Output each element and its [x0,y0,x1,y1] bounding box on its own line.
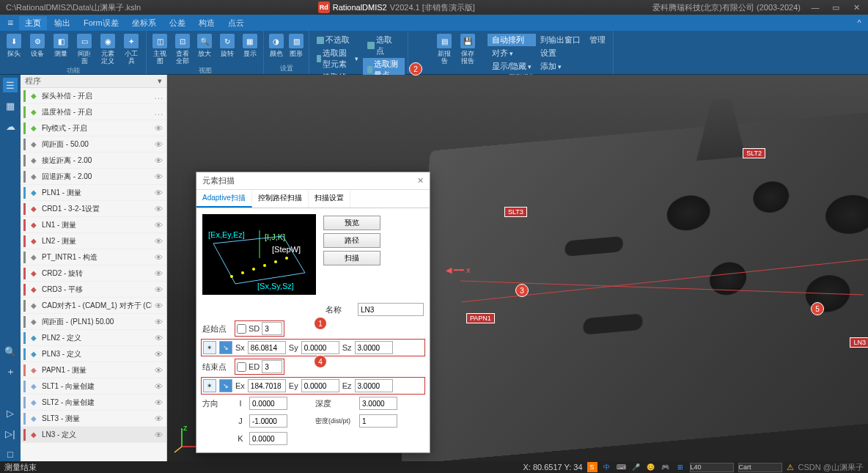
dens-field[interactable] [359,414,397,428]
program-item[interactable]: ◆ LN3 - 定义 👁 [21,427,166,443]
hamburger-icon[interactable]: ≡ [3,17,18,29]
item-more-icon[interactable]: 👁 [155,334,163,342]
start-pick1-icon[interactable]: ✶ [203,341,216,354]
menu-output[interactable]: 输出 [48,16,76,30]
grid-icon[interactable]: ⊞ [675,462,685,472]
rs-add[interactable]: 添加▾ [536,60,585,73]
vt-stop-icon[interactable]: □ [3,447,18,461]
program-item[interactable]: ◆ LN2 - 测量 👁 [21,233,166,249]
mic-icon[interactable]: 🎤 [631,462,641,472]
rs-noselect[interactable]: 不选取 [312,34,363,46]
panel-menu-icon[interactable]: ▾ [158,76,162,86]
program-item[interactable]: ◆ PAPN1 - 测量 👁 [21,362,166,378]
program-item[interactable]: ◆ CRD1 - 3-2-1设置 👁 [21,201,166,217]
k-field[interactable] [249,432,287,445]
program-item[interactable]: ◆ PLN1 - 测量 👁 [21,185,166,201]
item-more-icon[interactable]: 👁 [155,350,163,359]
rs-align[interactable]: 对齐▾ [488,47,536,59]
sd-field[interactable] [262,322,282,335]
item-more-icon[interactable]: 👁 [155,382,163,391]
cart-field[interactable] [738,463,782,472]
item-more-icon[interactable]: 👁 [155,398,163,407]
tag-papn1[interactable]: PAPN1 [466,313,495,323]
program-item[interactable]: ◆ PLN2 - 定义 👁 [21,330,166,346]
rb-tools[interactable]: ✦小工具 [120,32,142,66]
vt-play-icon[interactable]: ▷ [3,406,18,420]
game-icon[interactable]: 🎮 [661,462,671,472]
rb-mainview[interactable]: ◫主视图 [150,32,171,66]
tab-settings[interactable]: 扫描设置 [309,190,350,208]
ez-field[interactable] [355,379,393,392]
item-more-icon[interactable]: ... [155,92,163,100]
rb-clearplane[interactable]: ▭间距面 [73,32,95,66]
rs-towin[interactable]: 到输出窗口 [536,34,585,46]
tab-adaptive[interactable]: Adaptive扫描 [196,190,252,208]
item-more-icon[interactable]: 👁 [155,221,163,230]
depth-field[interactable] [359,397,397,410]
l40-field[interactable] [690,463,734,472]
rb-graphic[interactable]: ▨图形 [287,32,306,59]
item-more-icon[interactable]: 👁 [155,301,163,310]
item-more-icon[interactable]: 👁 [155,205,163,213]
program-item[interactable]: ◆ 间距面 - (PLN1) 50.00 👁 [21,314,166,330]
vt-cloud-icon[interactable]: ☁ [3,119,18,133]
menu-home[interactable]: 主页 [19,16,47,30]
rb-device[interactable]: ⚙设备 [26,32,48,59]
program-item[interactable]: ◆ SLT3 - 测量 👁 [21,411,166,427]
item-more-icon[interactable]: 👁 [155,253,163,262]
sd-checkbox[interactable] [237,324,246,334]
vt-add-icon[interactable]: ＋ [3,364,18,379]
em-icon[interactable]: 😊 [646,462,656,472]
program-item[interactable]: ◆ CRD2 - 旋转 👁 [21,265,166,282]
menu-crd[interactable]: 坐标系 [126,16,162,30]
program-item[interactable]: ◆ Fly模式 - 开启 👁 [21,120,166,136]
start-pick2-icon[interactable]: ↘ [219,341,232,354]
rb-measure[interactable]: ◧测量 [50,32,72,59]
program-item[interactable]: ◆ CRD3 - 平移 👁 [21,282,166,298]
ed-checkbox[interactable] [237,362,246,372]
item-more-icon[interactable]: 👁 [155,366,163,375]
vt-grid-icon[interactable]: ▦ [3,98,18,113]
vt-step-icon[interactable]: ▷| [3,426,18,441]
j-field[interactable] [249,414,287,428]
ey-field[interactable] [301,379,339,392]
program-item[interactable]: ◆ 温度补偿 - 开启 ... [21,104,166,120]
end-pick2-icon[interactable]: ↘ [219,379,232,392]
rb-probe[interactable]: ⬇探头 [3,32,25,59]
maximize-button[interactable]: ▭ [830,3,842,12]
btn-scan[interactable]: 扫描 [323,251,380,265]
tab-control[interactable]: 控制路径扫描 [252,190,309,208]
menu-construct[interactable]: 构造 [193,16,221,30]
item-more-icon[interactable]: 👁 [155,140,163,149]
rs-showhide[interactable]: 显示/隐藏▾ [488,60,536,73]
program-item[interactable]: ◆ PT_INTR1 - 构造 👁 [21,249,166,265]
menu-cloud[interactable]: 点云 [222,16,250,30]
minimize-button[interactable]: — [809,3,821,12]
sy-field[interactable] [301,341,339,354]
program-item[interactable]: ◆ 回退距离 - 2.00 👁 [21,169,166,185]
item-more-icon[interactable]: 👁 [155,172,163,181]
program-item[interactable]: ◆ 探头补偿 - 开启 ... [21,88,166,104]
item-more-icon[interactable]: 👁 [155,269,163,278]
vt-list-icon[interactable]: ☰ [3,78,18,92]
item-more-icon[interactable]: 👁 [155,430,163,439]
program-item[interactable]: ◆ SLT2 - 向量创建 👁 [21,395,166,411]
vt-search-icon[interactable]: 🔍 [3,344,18,359]
ime-icon[interactable]: S [587,462,597,472]
item-more-icon[interactable]: 👁 [155,188,163,197]
item-more-icon[interactable]: 👁 [155,318,163,326]
rb-rotate[interactable]: ↻旋转 [217,32,238,59]
rb-savereport[interactable]: 💾保存报告 [457,32,479,66]
program-item[interactable]: ◆ 间距面 - 50.00 👁 [21,136,166,153]
tag-slt3[interactable]: SLT3 [504,207,527,217]
rb-elemdef[interactable]: ◉元素定义 [97,32,119,66]
rb-zoom[interactable]: 🔍放大 [194,32,216,59]
i-field[interactable] [249,397,287,410]
item-more-icon[interactable]: 👁 [155,285,163,294]
rb-newreport[interactable]: ▤新报告 [433,32,455,66]
ex-field[interactable] [248,379,286,392]
btn-path[interactable]: 路径 [323,233,380,248]
program-item[interactable]: ◆ PLN3 - 定义 👁 [21,346,166,362]
menu-tol[interactable]: 公差 [163,16,191,30]
sx-field[interactable] [248,341,286,354]
